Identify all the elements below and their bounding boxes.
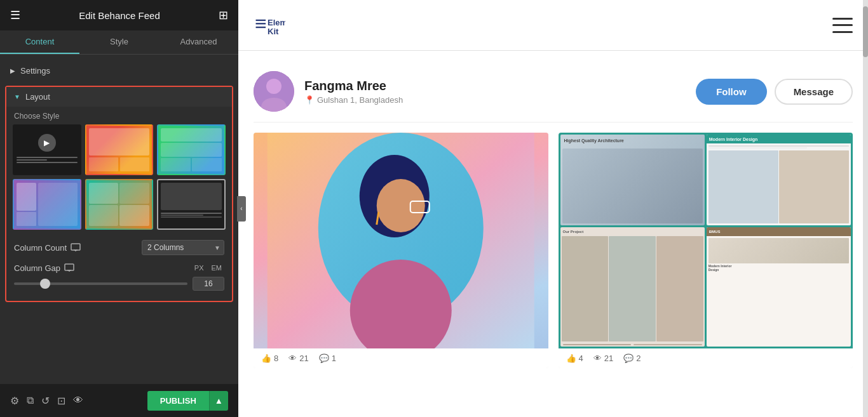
figure-svg: [254, 133, 548, 348]
monitor-icon: [71, 243, 81, 252]
sub-image-architecture: Highest Quality Architecture: [560, 135, 705, 225]
column-gap-row: Column Gap PX EM: [6, 260, 232, 293]
style-thumb-4[interactable]: [13, 179, 81, 230]
settings-icon[interactable]: ⚙: [10, 395, 19, 407]
monitor-icon-gap: [64, 263, 74, 272]
panel-footer: ⚙ ⧉ ↺ ⊡ 👁 PUBLISH ▲: [0, 384, 238, 417]
card-1-views-count: 21: [299, 354, 308, 363]
card-2-comments-count: 2: [636, 354, 641, 363]
gap-slider[interactable]: [14, 282, 187, 285]
responsive-icon[interactable]: ⊡: [57, 395, 65, 407]
image-card-1: 👍 8 👁 21 💬 1: [254, 133, 548, 368]
publish-dropdown-button[interactable]: ▲: [209, 391, 228, 411]
profile-section: Fangma Mree 📍 Gulshan 1, Bangladesh Foll…: [254, 61, 853, 122]
card-2-image: Highest Quality Architecture Modern Inte…: [559, 133, 853, 348]
gap-value-input[interactable]: [193, 277, 224, 291]
logo-area: ≡ Elements Kit: [254, 13, 285, 38]
svg-text:≡: ≡: [255, 13, 267, 35]
card-1-footer: 👍 8 👁 21 💬 1: [254, 348, 548, 368]
card-2-views: 👁 21: [593, 354, 613, 363]
unit-px-btn[interactable]: PX: [192, 263, 207, 273]
card-1-comments: 💬 1: [319, 354, 336, 363]
card-2-likes-count: 4: [579, 354, 583, 363]
layout-arrow: ▼: [14, 93, 20, 100]
style-thumb-1[interactable]: ▶: [13, 124, 81, 175]
publish-btn-group: PUBLISH ▲: [147, 391, 228, 411]
history-icon[interactable]: ↺: [41, 395, 50, 407]
style-thumb-6[interactable]: [157, 179, 226, 230]
footer-icons: ⚙ ⧉ ↺ ⊡ 👁: [10, 395, 83, 407]
publish-button[interactable]: PUBLISH: [147, 391, 209, 411]
card-2-likes-icon: 👍: [566, 354, 576, 363]
card-2-views-count: 21: [604, 354, 613, 363]
column-gap-label: Column Gap: [14, 263, 192, 273]
hamburger-line-2: [832, 24, 853, 26]
tl: [17, 157, 78, 158]
profile-info: Fangma Mree 📍 Gulshan 1, Bangladesh: [304, 79, 696, 105]
style-thumb-2[interactable]: [85, 124, 154, 175]
panel-tabs: Content Style Advanced: [0, 30, 238, 55]
card-2-likes: 👍 4: [566, 354, 583, 363]
thumb-1-play: ▶: [38, 134, 56, 152]
likes-icon: 👍: [261, 354, 271, 363]
settings-label: Settings: [20, 66, 50, 76]
image-card-2: Highest Quality Architecture Modern Inte…: [559, 133, 853, 368]
profile-avatar: [254, 71, 294, 112]
column-count-select-wrapper[interactable]: 1 Column 2 Columns 3 Columns 4 Columns ▼: [142, 240, 224, 255]
card-2-comments: 💬 2: [623, 354, 641, 363]
images-grid: 👍 8 👁 21 💬 1: [254, 133, 853, 368]
layout-header[interactable]: ▼ Layout: [6, 87, 232, 107]
layers-icon[interactable]: ⧉: [27, 395, 34, 406]
nav-hamburger-menu[interactable]: [832, 18, 853, 33]
profile-name: Fangma Mree: [304, 79, 696, 93]
card-1-image: [254, 133, 548, 348]
unit-buttons: PX EM: [192, 263, 224, 273]
svg-point-15: [377, 179, 425, 232]
panel-title: Edit Behance Feed: [79, 10, 160, 21]
layout-label: Layout: [25, 92, 50, 102]
sub-image-project: Our Project: [560, 227, 705, 347]
right-panel: ≡ Elements Kit Fangma Mree: [238, 0, 868, 417]
layout-section: ▼ Layout Choose Style ▶: [5, 86, 233, 302]
profile-location-text: Gulshan 1, Bangladesh: [317, 95, 403, 105]
panel-collapse-button[interactable]: ‹: [237, 196, 246, 222]
card-2-footer: 👍 4 👁 21 💬 2: [559, 348, 853, 368]
column-count-row: Column Count 1 Column 2 Columns 3 Column…: [6, 235, 232, 260]
panel-header: ☰ Edit Behance Feed ⊞: [0, 0, 238, 30]
avatar-image: [254, 71, 294, 112]
column-count-label: Column Count: [14, 243, 142, 253]
svg-text:Kit: Kit: [268, 27, 279, 36]
follow-button[interactable]: Follow: [696, 79, 767, 105]
style-thumb-3[interactable]: [157, 124, 226, 175]
profile-location: 📍 Gulshan 1, Bangladesh: [304, 95, 696, 105]
hamburger-icon[interactable]: ☰: [10, 8, 20, 22]
scrollbar[interactable]: [863, 0, 868, 417]
gap-top: Column Gap PX EM: [14, 263, 224, 273]
svg-rect-3: [65, 264, 74, 270]
preview-content: Fangma Mree 📍 Gulshan 1, Bangladesh Foll…: [238, 51, 868, 378]
eye-icon[interactable]: 👁: [73, 395, 83, 406]
choose-style-label: Choose Style: [6, 107, 232, 124]
panel-body: ▶ Settings ▼ Layout Choose Style ▶: [0, 55, 238, 384]
column-count-select[interactable]: 1 Column 2 Columns 3 Columns 4 Columns: [142, 240, 224, 255]
style-thumb-5[interactable]: [85, 179, 154, 230]
elements-kit-logo-icon: ≡ Elements Kit: [254, 13, 285, 38]
tl: [17, 159, 47, 161]
unit-em-btn[interactable]: EM: [209, 263, 225, 273]
card-1-views: 👁 21: [288, 354, 308, 363]
tl: [17, 162, 78, 163]
message-button[interactable]: Message: [775, 79, 853, 105]
views-icon: 👁: [288, 354, 297, 363]
settings-section[interactable]: ▶ Settings: [0, 61, 238, 81]
profile-actions: Follow Message: [696, 79, 853, 105]
grid-icon[interactable]: ⊞: [219, 8, 228, 22]
location-pin-icon: 📍: [304, 95, 315, 105]
scrollbar-thumb[interactable]: [863, 6, 868, 57]
comments-icon: 💬: [319, 354, 329, 363]
settings-arrow: ▶: [10, 67, 15, 74]
tab-style[interactable]: Style: [79, 30, 159, 54]
tab-advanced[interactable]: Advanced: [159, 30, 238, 54]
tab-content[interactable]: Content: [0, 30, 79, 54]
preview-header: ≡ Elements Kit: [238, 0, 868, 51]
card-1-comments-count: 1: [332, 354, 336, 363]
